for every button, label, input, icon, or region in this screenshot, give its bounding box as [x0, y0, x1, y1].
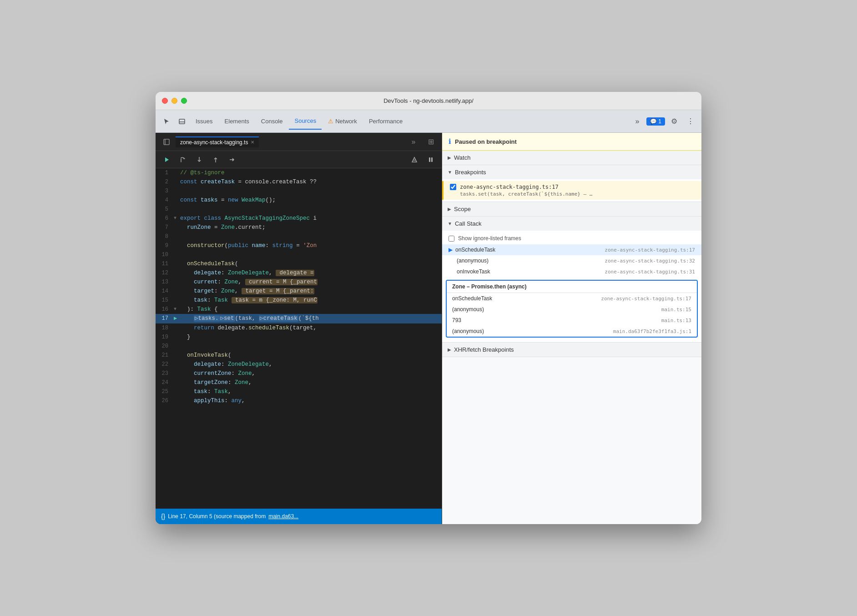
- show-ignore-label: Show ignore-listed frames: [458, 235, 521, 242]
- cs-item-file: zone-async-stack-tagging.ts:17: [605, 247, 695, 253]
- cs-item-name: onScheduleTask: [455, 247, 495, 253]
- breakpoints-section: ▼ Breakpoints zone-async-stack-tagging.t…: [442, 165, 701, 202]
- format-icon[interactable]: ⊞: [423, 135, 438, 149]
- tab-issues[interactable]: Issues: [190, 113, 218, 130]
- code-line: 6 ▼ export class AsyncStackTaggingZoneSp…: [156, 214, 442, 223]
- svg-marker-4: [165, 157, 169, 162]
- code-line: 22 delegate: ZoneDelegate,: [156, 360, 442, 369]
- chevron-right-icon: ▶: [448, 347, 451, 352]
- step-over-btn[interactable]: [176, 153, 189, 166]
- code-line: 4 const tasks = new WeakMap();: [156, 196, 442, 205]
- window-title: DevTools - ng-devtools.netlify.app/: [383, 97, 474, 104]
- code-line: 1 // @ts-ignore: [156, 168, 442, 177]
- watch-section: ▶ Watch: [442, 151, 701, 165]
- call-stack-section-header[interactable]: ▼ Call Stack: [442, 217, 701, 231]
- tab-sources[interactable]: Sources: [289, 113, 322, 130]
- call-stack-item[interactable]: (anonymous) zone-async-stack-tagging.ts:…: [442, 255, 701, 266]
- async-cs-name: 793: [452, 317, 461, 323]
- tab-elements[interactable]: Elements: [219, 113, 255, 130]
- code-line: 24 targetZone: Zone,: [156, 378, 442, 387]
- chat-icon: 💬: [650, 118, 658, 125]
- async-cs-name: onScheduleTask: [452, 295, 492, 302]
- async-cs-name: (anonymous): [452, 328, 484, 334]
- code-line-breakpoint: 17 ▶ ▷tasks.▷set(task, ▷createTask(`${th: [156, 314, 442, 323]
- async-cs-file: zone-async-stack-tagging.ts:17: [601, 296, 691, 302]
- code-line: 20: [156, 342, 442, 351]
- fullscreen-button[interactable]: [181, 98, 187, 104]
- tab-console[interactable]: Console: [256, 113, 288, 130]
- editor-icons: » ⊞: [406, 135, 438, 149]
- minimize-button[interactable]: [171, 98, 177, 104]
- breakpoint-item-top: zone-async-stack-tagging.ts:17: [450, 184, 695, 190]
- async-cs-file: main.ts:13: [661, 318, 691, 323]
- format-icon[interactable]: {}: [161, 513, 165, 520]
- chevron-right-icon: ▶: [448, 207, 451, 212]
- more-tabs-editor-icon[interactable]: »: [406, 135, 421, 149]
- cs-item-name: (anonymous): [457, 258, 489, 264]
- code-line: 18 return delegate.scheduleTask(target,: [156, 323, 442, 333]
- async-cs-file: main.da63f7b2fe3f1fa3.js:1: [613, 328, 691, 334]
- async-cs-item[interactable]: (anonymous) main.da63f7b2fe3f1fa3.js:1: [447, 326, 697, 337]
- cs-item-file: zone-async-stack-tagging.ts:31: [605, 269, 695, 275]
- resume-btn[interactable]: [160, 153, 173, 166]
- cs-item-file: zone-async-stack-tagging.ts:32: [605, 258, 695, 264]
- dock-icon[interactable]: [175, 114, 189, 129]
- pause-exceptions-btn[interactable]: [424, 153, 437, 166]
- breakpoint-code: tasks.set(task, createTask(`${this.name}…: [450, 191, 695, 197]
- async-cs-item[interactable]: 793 main.ts:13: [447, 315, 697, 326]
- svg-rect-0: [179, 119, 185, 124]
- code-line: 16 ▼ ): Task {: [156, 305, 442, 314]
- step-btn[interactable]: [226, 153, 238, 166]
- breakpoint-checkbox[interactable]: [450, 184, 456, 190]
- code-line: 26 applyThis: any,: [156, 396, 442, 405]
- code-line: 15 task: Task task = m {_zone: M, runC: [156, 296, 442, 305]
- xhr-label: XHR/fetch Breakpoints: [454, 346, 514, 353]
- sidebar-toggle-icon[interactable]: [159, 135, 174, 149]
- watch-label: Watch: [454, 154, 470, 161]
- scope-section-header[interactable]: ▶ Scope: [442, 202, 701, 216]
- main-content: zone-async-stack-tagging.ts ✕ » ⊞: [156, 133, 701, 524]
- code-line: 13 current: Zone, current = M {_parent: [156, 278, 442, 287]
- active-frame-arrow: ▶: [449, 247, 453, 253]
- status-text: Line 17, Column 5 (source mapped from: [168, 513, 266, 520]
- code-editor[interactable]: 1 // @ts-ignore 2 const createTask = con…: [156, 168, 442, 509]
- close-tab-icon[interactable]: ✕: [251, 140, 254, 145]
- code-line: 21 onInvokeTask(: [156, 351, 442, 360]
- close-button[interactable]: [162, 98, 168, 104]
- more-tabs-btn[interactable]: »: [630, 114, 645, 129]
- async-cs-item[interactable]: (anonymous) main.ts:15: [447, 304, 697, 315]
- devtools-window: DevTools - ng-devtools.netlify.app/ Issu…: [156, 92, 701, 524]
- scope-label: Scope: [454, 206, 471, 212]
- step-out-btn[interactable]: [209, 153, 222, 166]
- cursor-icon[interactable]: [159, 114, 174, 129]
- file-tab-active[interactable]: zone-async-stack-tagging.ts ✕: [176, 136, 259, 147]
- call-stack-item-active[interactable]: ▶ onScheduleTask zone-async-stack-taggin…: [442, 244, 701, 255]
- async-cs-item[interactable]: onScheduleTask zone-async-stack-tagging.…: [447, 293, 697, 304]
- tab-network[interactable]: ⚠ Network: [323, 113, 363, 130]
- call-stack-item[interactable]: onInvokeTask zone-async-stack-tagging.ts…: [442, 266, 701, 277]
- status-link[interactable]: main.da63...: [268, 513, 298, 520]
- blackbox-btn[interactable]: [408, 153, 421, 166]
- show-ignore-row: Show ignore-listed frames: [442, 232, 701, 244]
- scope-section: ▶ Scope: [442, 202, 701, 217]
- async-cs-name: (anonymous): [452, 306, 484, 313]
- code-line: 23 currentZone: Zone,: [156, 369, 442, 378]
- code-panel-header: zone-async-stack-tagging.ts ✕ » ⊞: [156, 133, 442, 151]
- cs-item-name: onInvokeTask: [457, 268, 490, 275]
- watch-section-header[interactable]: ▶ Watch: [442, 151, 701, 165]
- step-into-btn[interactable]: [193, 153, 206, 166]
- breakpoints-section-header[interactable]: ▼ Breakpoints: [442, 165, 701, 179]
- status-bar: {} Line 17, Column 5 (source mapped from…: [156, 509, 442, 524]
- code-toolbar: [156, 151, 442, 168]
- tab-right-icons: » 💬 1 ⚙ ⋮: [630, 114, 698, 129]
- chat-badge[interactable]: 💬 1: [646, 117, 665, 126]
- xhr-section-header[interactable]: ▶ XHR/fetch Breakpoints: [442, 343, 701, 357]
- paused-text: Paused on breakpoint: [455, 138, 517, 145]
- ignore-frames-checkbox[interactable]: [449, 236, 454, 242]
- breakpoint-item: zone-async-stack-tagging.ts:17 tasks.set…: [442, 181, 701, 200]
- tab-performance[interactable]: Performance: [363, 113, 408, 130]
- settings-btn[interactable]: ⚙: [667, 114, 681, 129]
- code-line: 14 target: Zone, target = M {_parent:: [156, 287, 442, 296]
- more-options-btn[interactable]: ⋮: [683, 114, 698, 129]
- code-line: 9 constructor(public name: string = 'Zon: [156, 241, 442, 250]
